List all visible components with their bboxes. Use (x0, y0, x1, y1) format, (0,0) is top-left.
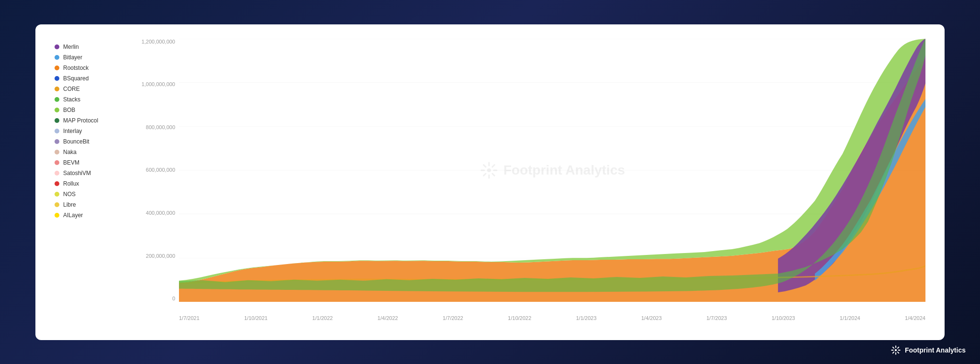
x-axis-label: 1/4/2023 (641, 315, 662, 321)
legend-label: Libre (63, 201, 76, 208)
y-axis-label: 1,200,000,000 (142, 39, 175, 44)
legend-dot (55, 160, 59, 165)
x-axis-label: 1/1/2024 (840, 315, 860, 321)
legend-label: NOS (63, 191, 76, 198)
svg-line-21 (893, 347, 894, 348)
svg-line-23 (898, 347, 899, 348)
svg-line-24 (893, 352, 894, 353)
legend-dot (55, 202, 59, 207)
legend-dot (55, 97, 59, 102)
x-axis-label: 1/4/2024 (905, 315, 925, 321)
y-axis-label: 600,000,000 (146, 167, 175, 173)
legend-item: NOS (55, 191, 126, 198)
svg-line-22 (898, 352, 899, 353)
legend-item: Naka (55, 149, 126, 155)
x-axis-label: 1/1/2023 (576, 315, 597, 321)
legend-dot (55, 213, 59, 218)
legend-dot (55, 171, 59, 176)
legend-dot (55, 87, 59, 91)
legend-item: Bitlayer (55, 54, 126, 61)
legend-label: BEVM (63, 159, 79, 166)
y-axis-label: 1,000,000,000 (142, 81, 175, 87)
x-axis: 1/7/20211/10/20211/1/20221/4/20221/7/202… (179, 315, 925, 321)
x-axis-label: 1/10/2023 (771, 315, 795, 321)
legend-item: BOB (55, 107, 126, 113)
legend-dot (55, 76, 59, 81)
legend-dot (55, 108, 59, 112)
legend-item: Rootstock (55, 65, 126, 71)
legend-label: AILayer (63, 212, 83, 219)
legend-item: Stacks (55, 96, 126, 103)
chart-container: Merlin Bitlayer Rootstock BSquared CORE … (35, 24, 945, 340)
legend-label: SatoshiVM (63, 170, 91, 176)
legend-dot (55, 118, 59, 123)
legend-label: Interlay (63, 128, 82, 134)
legend-label: CORE (63, 86, 80, 92)
legend-dot (55, 44, 59, 49)
legend-label: MAP Protocol (63, 117, 98, 124)
legend-label: BounceBit (63, 138, 89, 145)
x-axis-label: 1/4/2022 (378, 315, 398, 321)
legend-label: BSquared (63, 75, 89, 82)
legend-item: BSquared (55, 75, 126, 82)
legend-dot (55, 55, 59, 60)
x-axis-label: 1/7/2023 (706, 315, 727, 321)
chart-svg (179, 39, 925, 302)
legend-label: Rootstock (63, 65, 89, 71)
footer-brand: Footprint Analytics (891, 345, 966, 355)
legend-dot (55, 139, 59, 144)
legend-item: Interlay (55, 128, 126, 134)
legend-item: Merlin (55, 44, 126, 50)
legend-label: Rollux (63, 180, 79, 187)
legend-item: BEVM (55, 159, 126, 166)
x-axis-label: 1/1/2022 (312, 315, 333, 321)
legend-item: CORE (55, 86, 126, 92)
legend: Merlin Bitlayer Rootstock BSquared CORE … (50, 39, 126, 326)
legend-item: MAP Protocol (55, 117, 126, 124)
legend-dot (55, 192, 59, 197)
legend-item: Rollux (55, 180, 126, 187)
footer-brand-label: Footprint Analytics (905, 346, 966, 354)
svg-point-16 (895, 349, 897, 351)
legend-dot (55, 66, 59, 70)
footprint-icon (891, 345, 901, 355)
x-axis-label: 1/10/2021 (244, 315, 267, 321)
chart-area: 1,200,000,0001,000,000,000800,000,000600… (126, 39, 925, 326)
y-axis-label: 200,000,000 (146, 253, 175, 259)
legend-item: Libre (55, 201, 126, 208)
legend-item: SatoshiVM (55, 170, 126, 176)
legend-label: Stacks (63, 96, 80, 103)
legend-item: AILayer (55, 212, 126, 219)
legend-dot (55, 150, 59, 154)
legend-label: Naka (63, 149, 77, 155)
x-axis-label: 1/10/2022 (508, 315, 531, 321)
legend-label: BOB (63, 107, 75, 113)
x-axis-label: 1/7/2021 (179, 315, 200, 321)
legend-dot (55, 181, 59, 186)
legend-label: Merlin (63, 44, 79, 50)
y-axis: 1,200,000,0001,000,000,000800,000,000600… (126, 39, 179, 302)
legend-item: BounceBit (55, 138, 126, 145)
x-axis-label: 1/7/2022 (443, 315, 463, 321)
legend-label: Bitlayer (63, 54, 82, 61)
legend-dot (55, 129, 59, 133)
y-axis-label: 400,000,000 (146, 210, 175, 216)
y-axis-label: 0 (172, 296, 175, 301)
y-axis-label: 800,000,000 (146, 124, 175, 130)
chart-plot: Footprint Analytics (179, 39, 925, 302)
